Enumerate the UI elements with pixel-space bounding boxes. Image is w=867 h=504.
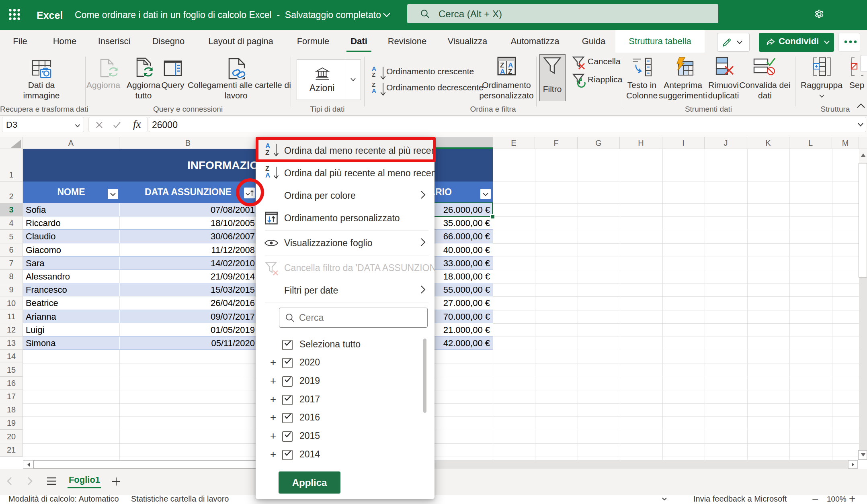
svg-text:Z: Z — [508, 68, 512, 75]
svg-text:A: A — [500, 68, 505, 75]
